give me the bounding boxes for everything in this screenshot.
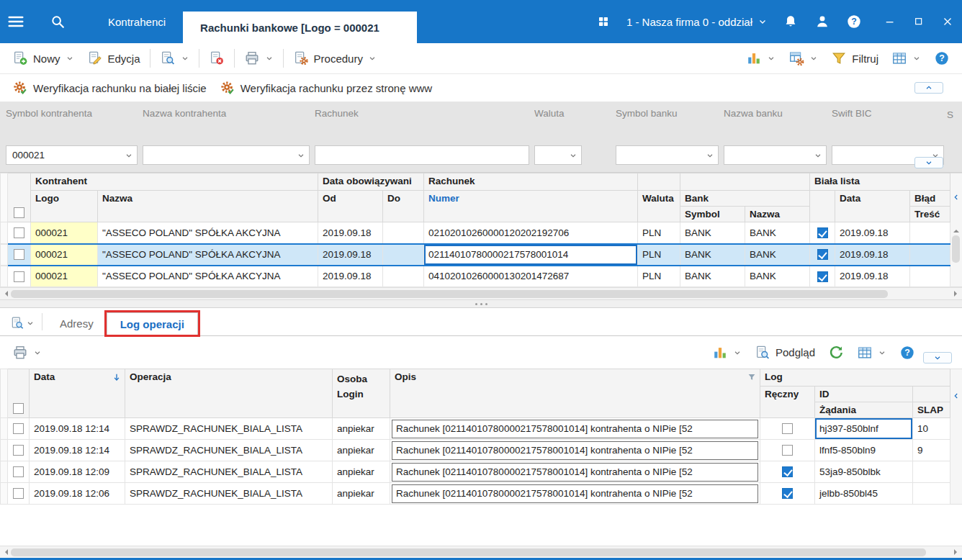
- print-button[interactable]: [238, 46, 280, 71]
- cell-bank-symbol[interactable]: BANK: [680, 244, 745, 266]
- cell-biala-lista[interactable]: [810, 266, 835, 287]
- cell-od[interactable]: 2019.09.18: [318, 244, 383, 266]
- symbol-kontrahenta-select[interactable]: 000021: [6, 145, 138, 165]
- row-select-checkbox[interactable]: [14, 227, 24, 238]
- accounts-hscrollbar[interactable]: [0, 287, 962, 299]
- cell-id-zadania[interactable]: jelbb-850bl45: [815, 483, 913, 505]
- cell-data[interactable]: 2019.09.18 12:06: [30, 483, 125, 505]
- delete-button[interactable]: [202, 46, 231, 71]
- vscroll-up-arrow[interactable]: [953, 227, 959, 232]
- log-hscrollbar[interactable]: [0, 546, 962, 558]
- reczny-checkbox[interactable]: [782, 445, 793, 456]
- cell-reczny[interactable]: [760, 483, 815, 505]
- maximize-button[interactable]: [904, 0, 933, 43]
- scroll-left-arrow[interactable]: [2, 291, 8, 297]
- cell-waluta[interactable]: PLN: [638, 266, 680, 287]
- cell-login[interactable]: anpiekar: [333, 440, 390, 461]
- cell-operacja[interactable]: SPRAWDZ_RACHUNEK_BIALA_LISTA: [125, 418, 333, 440]
- cell-data[interactable]: 2019.09.18: [835, 244, 910, 266]
- cell-slap[interactable]: [913, 461, 950, 483]
- cell-od[interactable]: 2019.09.18: [318, 266, 383, 287]
- detail-print-button[interactable]: [6, 340, 48, 365]
- cell-logo[interactable]: 000021: [31, 222, 98, 244]
- column-header-tresc[interactable]: Treść: [910, 207, 950, 222]
- cell-opis[interactable]: Rachunek [02114010780000217578001014] ko…: [390, 440, 760, 461]
- select-all-checkbox[interactable]: [13, 403, 24, 414]
- biala-lista-checkbox[interactable]: [817, 271, 828, 282]
- user-profile-icon[interactable]: [806, 0, 838, 43]
- cell-data[interactable]: 2019.09.18 12:09: [30, 461, 125, 483]
- biala-lista-checkbox[interactable]: [817, 249, 828, 260]
- column-header-data[interactable]: Data: [835, 191, 910, 222]
- new-button[interactable]: Nowy: [6, 46, 81, 71]
- select-all-header[interactable]: [8, 369, 30, 418]
- group-header-rachunek[interactable]: Rachunek: [424, 173, 638, 191]
- column-header-do[interactable]: Do: [383, 191, 424, 222]
- tab-kontrahenci[interactable]: Kontrahenci: [91, 0, 183, 43]
- layout-button[interactable]: [885, 46, 927, 71]
- cell-id-zadania[interactable]: 53ja9-850blbk: [815, 461, 913, 483]
- row-select-checkbox[interactable]: [13, 423, 24, 434]
- column-header-data[interactable]: Data: [30, 369, 125, 418]
- column-header-slap[interactable]: SLAP: [913, 402, 950, 418]
- notifications-bell-icon[interactable]: [775, 0, 806, 43]
- cell-data[interactable]: 2019.09.18: [835, 266, 910, 287]
- column-filter-icon[interactable]: [747, 372, 757, 382]
- cell-biala-lista[interactable]: [810, 222, 835, 244]
- column-header-bank-nazwa[interactable]: Nazwa: [745, 207, 810, 222]
- hscroll-thumb[interactable]: [11, 548, 926, 556]
- cell-nazwa[interactable]: "ASSECO POLAND" SPÓŁKA AKCYJNA: [98, 266, 318, 287]
- waluta-select[interactable]: [534, 145, 582, 165]
- cell-biala-lista[interactable]: [810, 244, 835, 266]
- close-button[interactable]: [933, 0, 962, 43]
- cell-slap[interactable]: 9: [913, 440, 950, 461]
- column-header-biala-lista-check[interactable]: [810, 191, 835, 222]
- cell-operacja[interactable]: SPRAWDZ_RACHUNEK_BIALA_LISTA: [125, 461, 333, 483]
- row-select-checkbox[interactable]: [13, 445, 24, 456]
- scroll-left-arrow[interactable]: [2, 549, 8, 555]
- cell-data[interactable]: 2019.09.18 12:14: [30, 418, 125, 440]
- cell-numer-focused[interactable]: 02114010780000217578001014: [424, 244, 638, 266]
- cell-reczny[interactable]: [760, 440, 815, 461]
- detail-search-button[interactable]: [4, 316, 40, 330]
- cell-waluta[interactable]: PLN: [638, 222, 680, 244]
- group-header-biala-lista[interactable]: Biała lista: [810, 173, 950, 191]
- tab-rachunki-bankowe[interactable]: Rachunki bankowe [Logo = 000021: [183, 12, 417, 43]
- cell-bank-symbol[interactable]: BANK: [680, 266, 745, 287]
- biala-lista-checkbox[interactable]: [817, 227, 828, 238]
- column-header-logo[interactable]: Logo: [31, 191, 98, 222]
- cell-bank-symbol[interactable]: BANK: [680, 222, 745, 244]
- preview-button[interactable]: Podgląd: [748, 340, 822, 365]
- edit-button[interactable]: Edycja: [81, 46, 147, 71]
- apps-grid-icon[interactable]: [588, 0, 619, 43]
- cell-operacja[interactable]: SPRAWDZ_RACHUNEK_BIALA_LISTA: [125, 483, 333, 505]
- row-select-checkbox[interactable]: [13, 466, 24, 477]
- cell-opis[interactable]: Rachunek [02114010780000217578001014] ko…: [390, 418, 760, 440]
- help-icon[interactable]: [838, 0, 870, 43]
- group-header-bank[interactable]: Bank: [680, 191, 810, 207]
- column-header-opis[interactable]: Opis: [390, 369, 760, 418]
- cell-opis[interactable]: Rachunek [02114010780000217578001014] ko…: [390, 461, 760, 483]
- cell-blad-tresc[interactable]: [910, 244, 950, 266]
- cell-logo[interactable]: 000021: [31, 244, 98, 266]
- row-select-cell[interactable]: [8, 418, 30, 440]
- tab-adresy[interactable]: Adresy: [47, 312, 107, 335]
- column-header-zadania[interactable]: Żądania: [815, 402, 913, 418]
- cell-operacja[interactable]: SPRAWDZ_RACHUNEK_BIALA_LISTA: [125, 440, 333, 461]
- select-all-checkbox[interactable]: [14, 207, 24, 218]
- scroll-right-arrow[interactable]: [954, 549, 960, 555]
- cell-bank-nazwa[interactable]: BANK: [745, 244, 810, 266]
- row-select-cell[interactable]: [8, 440, 30, 461]
- cell-blad-tresc[interactable]: [910, 222, 950, 244]
- column-header-osoba-login[interactable]: Osoba Login: [333, 369, 390, 418]
- group-header-log[interactable]: Log: [760, 369, 950, 387]
- cell-login[interactable]: anpiekar: [333, 418, 390, 440]
- chart-button[interactable]: [740, 46, 782, 71]
- select-all-header[interactable]: [8, 173, 31, 222]
- cell-id-zadania-focused[interactable]: hj397-850blnf: [815, 418, 913, 440]
- vscroll-thumb[interactable]: [952, 235, 960, 263]
- collapse-fixed-band-icon[interactable]: [950, 189, 962, 205]
- group-header-kontrahent[interactable]: Kontrahent: [31, 173, 318, 191]
- cell-data[interactable]: 2019.09.18: [835, 222, 910, 244]
- column-header-numer[interactable]: Numer: [424, 191, 638, 222]
